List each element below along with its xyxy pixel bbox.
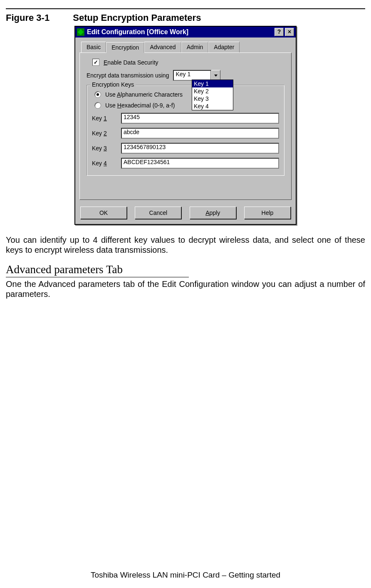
cancel-button[interactable]: Cancel: [135, 207, 181, 219]
radio-hexadecimal-label: Use Hexadecimal (0-9, a-f): [105, 102, 175, 109]
section-underline: [6, 277, 189, 277]
ok-button[interactable]: OK: [80, 207, 127, 219]
apply-button[interactable]: Apply: [190, 207, 236, 219]
radio-hexadecimal[interactable]: [94, 102, 101, 109]
edit-configuration-dialog: Edit Configuration [Office Work] ? × Bas…: [74, 26, 297, 225]
key4-input[interactable]: ABCDEF1234561: [121, 158, 279, 169]
dropdown-option[interactable]: Key 2: [192, 87, 233, 95]
chevron-down-icon: [214, 73, 218, 77]
tab-encryption[interactable]: Encryption: [106, 42, 144, 53]
titlebar: Edit Configuration [Office Work] ? ×: [75, 27, 296, 37]
tab-body: ✓ Enable Data Security Encrypt data tran…: [79, 52, 292, 200]
dropdown-option[interactable]: Key 3: [192, 95, 233, 102]
window-title: Edit Configuration [Office Work]: [87, 28, 188, 36]
key3-input[interactable]: 1234567890123: [121, 143, 279, 154]
group-legend: Encryption Keys: [90, 81, 136, 88]
encryption-keys-group: Encryption Keys Use Alphanumeric Charact…: [87, 85, 284, 176]
figure-caption: Figure 3-1 Setup Encryption Parameters: [6, 12, 365, 23]
key1-input[interactable]: 12345: [121, 113, 279, 124]
app-icon: [77, 28, 84, 36]
tab-admin[interactable]: Admin: [181, 42, 209, 52]
section-title: Advanced parameters Tab: [6, 263, 365, 276]
key3-label: Key 3: [92, 145, 121, 152]
key2-label: Key 2: [92, 130, 121, 137]
top-rule: [6, 8, 365, 9]
key1-label: Key 1: [92, 115, 121, 122]
tab-basic[interactable]: Basic: [81, 42, 106, 52]
dropdown-option[interactable]: Key 4: [192, 102, 233, 110]
help-button-bottom[interactable]: Help: [244, 207, 291, 219]
close-button[interactable]: ×: [285, 28, 294, 36]
paragraph-1: You can identify up to 4 different key v…: [6, 235, 365, 255]
enable-security-label: Enable Data Security: [104, 59, 158, 66]
radio-alphanumeric-label: Use Alphanumeric Characters: [105, 91, 183, 98]
radio-alphanumeric[interactable]: [94, 91, 101, 98]
encrypt-using-label: Encrypt data transmission using: [87, 72, 169, 79]
key4-label: Key 4: [92, 160, 121, 167]
tab-advanced[interactable]: Advanced: [144, 42, 181, 52]
figure-title: Setup Encryption Parameters: [73, 12, 201, 23]
help-button[interactable]: ?: [275, 28, 284, 36]
key2-input[interactable]: abcde: [121, 128, 279, 139]
dropdown-option[interactable]: Key 1: [192, 80, 233, 87]
figure-number: Figure 3-1: [6, 12, 49, 23]
button-bar: OK Cancel Apply Help: [75, 204, 296, 224]
tabstrip: Basic Encryption Advanced Admin Adapter: [81, 42, 292, 52]
tab-adapter[interactable]: Adapter: [208, 42, 240, 52]
enable-security-checkbox[interactable]: ✓: [92, 59, 99, 66]
key-dropdown-list[interactable]: Key 1 Key 2 Key 3 Key 4: [192, 80, 233, 110]
paragraph-2: One the Advanced parameters tab of the E…: [6, 279, 365, 299]
